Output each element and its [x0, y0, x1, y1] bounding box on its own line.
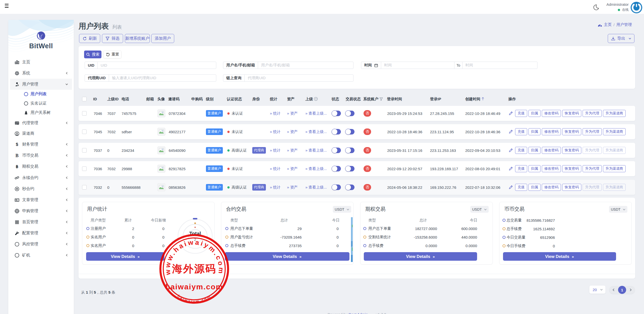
- svg-text:haiwaiym.com: haiwaiym.com: [165, 283, 223, 291]
- svg-text:?: ?: [315, 98, 317, 100]
- svg-text:฿: ฿: [16, 164, 18, 169]
- svg-text:$: $: [16, 142, 18, 147]
- svg-text:海外源码: 海外源码: [172, 263, 217, 275]
- svg-text:haiwaiym.com: haiwaiym.com: [177, 294, 212, 304]
- svg-text:B: B: [15, 153, 18, 158]
- svg-text:♞: ♞: [17, 84, 19, 86]
